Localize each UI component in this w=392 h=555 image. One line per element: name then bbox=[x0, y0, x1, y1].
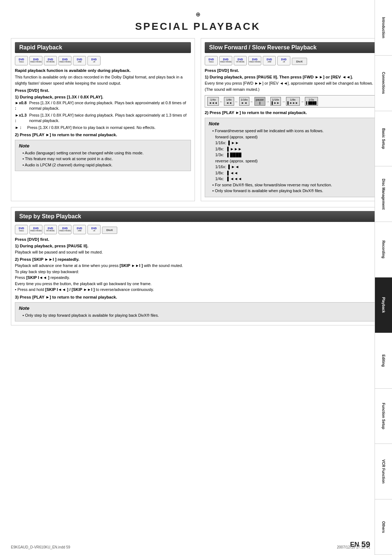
step-playback-section: Step by Step Playback DVDVideo DVDVIDEO … bbox=[11, 207, 385, 326]
slow-note-fwd-2: 1/8x: ▌►►► bbox=[215, 146, 377, 152]
speed-arrow-1: ← bbox=[220, 100, 223, 104]
sidebar-tab-introduction[interactable]: Introduction bbox=[375, 0, 392, 56]
slow-speed-diagram: 1/4x◄◄◄ ← 1/8x◄◄ ← 1/16x►◄ ← pause‖ → 1/… bbox=[205, 95, 381, 108]
dvd-icon-2: DVDVIDEO MODE bbox=[29, 56, 42, 65]
rapid-step2-label: 2) Press [PLAY ►] to return to the norma… bbox=[15, 133, 191, 137]
slow-note-1: • Forward/reverse speed will be indicate… bbox=[212, 128, 377, 134]
dvd-icon-4: DVDVIDEO MODE bbox=[58, 56, 72, 65]
rapid-dvd-icons: DVDVideo DVDVIDEO MODE DVDVR MODE DVDVID… bbox=[15, 56, 191, 65]
page-number-box: EN 59 bbox=[350, 540, 371, 549]
slow-note-fwd-3: 1/3x: ▌████ bbox=[215, 152, 377, 158]
slow-dvd-icon-5: DVD+RW bbox=[263, 56, 276, 65]
slow-note-box: Note • Forward/reverse speed will be ind… bbox=[205, 118, 381, 197]
slow-divx-icon: DivX bbox=[292, 58, 307, 65]
step-dvd-icon-1: DVDVideo bbox=[15, 225, 28, 234]
slow-note-3: • Only slow forward is available when pl… bbox=[212, 188, 377, 194]
step-dvd-icon-2: DVDVIDEO MODE bbox=[29, 225, 42, 234]
rapid-bullet-1: ►x0.8 : Press [1.3X / 0.8X PLAY] once du… bbox=[15, 100, 191, 112]
slow-step1-text: Every time you press [FWD ►►] or [REV ◄◄… bbox=[205, 80, 381, 92]
dvd-icon-1: DVDVideo bbox=[15, 56, 28, 65]
top-marker: ⊕ bbox=[11, 11, 385, 18]
speed-1-16x-rev: 1/16x►◄ bbox=[239, 97, 249, 106]
rapid-bullet2-sym: ►x1.3 : bbox=[15, 113, 27, 124]
rapid-step1-label: 1) During playback, press [1.3X / 0.8X P… bbox=[15, 95, 191, 99]
slow-step2-label: 2) Press [PLAY ►] to return to the norma… bbox=[205, 110, 381, 115]
slow-step1-label: 1) During playback, press [PAUSE II]. Th… bbox=[205, 75, 381, 79]
slow-note-fwd-label: forward (approx. speed) bbox=[215, 134, 377, 140]
speed-pause: pause‖ bbox=[254, 97, 265, 106]
step-dvd-icon-4: DVDVIDEO MODE bbox=[58, 225, 72, 234]
step-dvd-icon-5: DVD+RW bbox=[73, 225, 86, 234]
step-step2-label: 2) Press [SKIP ►►I ] repeatedly. bbox=[15, 257, 381, 262]
slow-dvd-icon-2: DVDVIDEO MODE bbox=[219, 56, 232, 65]
slow-note-rev-3: 1/4x: ▌◄◄◄ bbox=[215, 176, 377, 182]
sidebar-tab-recording[interactable]: Recording bbox=[375, 222, 392, 278]
sidebar-tab-function-setup[interactable]: Function Setup bbox=[375, 389, 392, 444]
rapid-bullet-3: ► : Press [1.3X / 0.8X PLAY] thrice to p… bbox=[15, 125, 191, 130]
en-label: EN bbox=[350, 541, 359, 548]
step-divx-icon: DivX bbox=[102, 227, 117, 234]
rapid-intro-text: This function is available only on discs… bbox=[15, 74, 191, 86]
rapid-bullet3-sym: ► : bbox=[15, 125, 25, 130]
speed-arrow-6: → bbox=[301, 100, 304, 104]
right-sidebar: Introduction Connections Basic Setup Dis… bbox=[375, 0, 392, 555]
rapid-bullet-2: ►x1.3 : Press [1.3X / 0.8X PLAY] twice d… bbox=[15, 113, 191, 124]
step-dvd-icon-3: DVDVR MODE bbox=[44, 225, 57, 234]
slow-playback-header: Slow Forward / Slow Reverse Playback bbox=[205, 42, 381, 53]
rapid-note-3: • Audio is LPCM (2 channel) during rapid… bbox=[22, 162, 187, 168]
slow-dvd-icon-4: DVDVIDEO MODE bbox=[248, 56, 261, 65]
step-playback-header: Step by Step Playback bbox=[15, 211, 381, 222]
sidebar-tab-playback[interactable]: Playback bbox=[375, 278, 392, 333]
speed-arrow-5: → bbox=[282, 100, 285, 104]
slow-note-rev-2: 1/8x: ▌◄◄ bbox=[215, 170, 377, 176]
sidebar-tab-others[interactable]: Others bbox=[375, 499, 392, 555]
rapid-press-first: Press [DVD] first. bbox=[15, 88, 191, 93]
page-title: SPECIAL PLAYBACK bbox=[11, 21, 385, 32]
slow-dvd-icon-3: DVDVR MODE bbox=[234, 56, 247, 65]
sidebar-tab-basic-setup[interactable]: Basic Setup bbox=[375, 111, 392, 167]
page-number: 59 bbox=[362, 540, 370, 549]
rapid-note-box: Note • Audio (language) setting cannot b… bbox=[15, 140, 191, 171]
rapid-bullet1-sym: ►x0.8 : bbox=[15, 100, 27, 112]
page-footer: E9KGAUD_D-VR610KU_EN.indd 59 2007/12/18 … bbox=[11, 545, 370, 549]
sidebar-tab-editing[interactable]: Editing bbox=[375, 333, 392, 389]
slow-press-first: Press [DVD] first. bbox=[205, 68, 381, 73]
speed-1-8x-rev: 1/8x◄◄ bbox=[224, 97, 234, 106]
slow-dvd-icon-1: DVDVideo bbox=[205, 56, 218, 65]
speed-arrow-4: → bbox=[266, 100, 270, 104]
speed-1-8x-fwd: 1/8x▌►►► bbox=[286, 97, 299, 106]
slow-playback-section: Slow Forward / Slow Reverse Playback DVD… bbox=[201, 38, 385, 201]
speed-1-4x: 1/4x◄◄◄ bbox=[207, 97, 219, 106]
step-step3-label: 3) Press [PLAY ►] to return to the norma… bbox=[15, 295, 381, 299]
step-step1-text: Playback will be paused and sound will b… bbox=[15, 249, 381, 255]
rapid-note-title: Note bbox=[19, 143, 187, 149]
sidebar-tab-disc-management[interactable]: Disc Management bbox=[375, 166, 392, 222]
speed-arrow-3: ← bbox=[250, 100, 254, 104]
speed-1-16x-fwd: 1/16x▌►► bbox=[270, 97, 281, 106]
dvd-icon-6: DVD+R bbox=[87, 56, 101, 65]
rapid-bullet1-text: Press [1.3X / 0.8X PLAY] once during pla… bbox=[29, 100, 191, 112]
slow-note-rev-1: 1/16x: ▌►◄ bbox=[215, 164, 377, 170]
dvd-icon-3: DVDVR MODE bbox=[44, 56, 57, 65]
speed-1-3x: 1/3x▌████ bbox=[305, 97, 318, 106]
step-step2-text: Playback will advance one frame at a tim… bbox=[15, 263, 381, 293]
step-note-title: Note bbox=[19, 305, 377, 311]
top-two-col: Rapid Playback DVDVideo DVDVIDEO MODE DV… bbox=[11, 38, 385, 201]
rapid-playback-header: Rapid Playback bbox=[15, 42, 191, 53]
slow-dvd-icon-6: DVD+R bbox=[277, 56, 290, 65]
footer-left: E9KGAUD_D-VR610KU_EN.indd 59 bbox=[11, 545, 70, 549]
sidebar-tab-connections[interactable]: Connections bbox=[375, 56, 392, 111]
rapid-bullet3-text: Press [1.3X / 0.8X PLAY] thrice to play … bbox=[27, 125, 156, 130]
step-note-box: Note • Only step by step forward playbac… bbox=[15, 302, 381, 322]
step-dvd-icons: DVDVideo DVDVIDEO MODE DVDVR MODE DVDVID… bbox=[15, 225, 381, 234]
step-step1-label: 1) During playback, press [PAUSE II]. bbox=[15, 244, 381, 248]
rapid-bullet2-text: Press [1.3X / 0.8X PLAY] twice during pl… bbox=[29, 113, 191, 124]
rapid-note-2: • This feature may not work at some poin… bbox=[22, 156, 187, 162]
slow-note-2: • For some DivX® files, slow forward/slo… bbox=[212, 182, 377, 188]
speed-arrow-2: ← bbox=[235, 100, 238, 104]
sidebar-tab-vcr-function[interactable]: VCR Function bbox=[375, 444, 392, 499]
step-note-1: • Only step by step forward playback is … bbox=[22, 312, 377, 319]
step-dvd-icon-6: DVD+R bbox=[87, 225, 101, 234]
slow-dvd-icons: DVDVideo DVDVIDEO MODE DVDVR MODE DVDVID… bbox=[205, 56, 381, 65]
dvd-icon-5: DVD+RW bbox=[73, 56, 86, 65]
